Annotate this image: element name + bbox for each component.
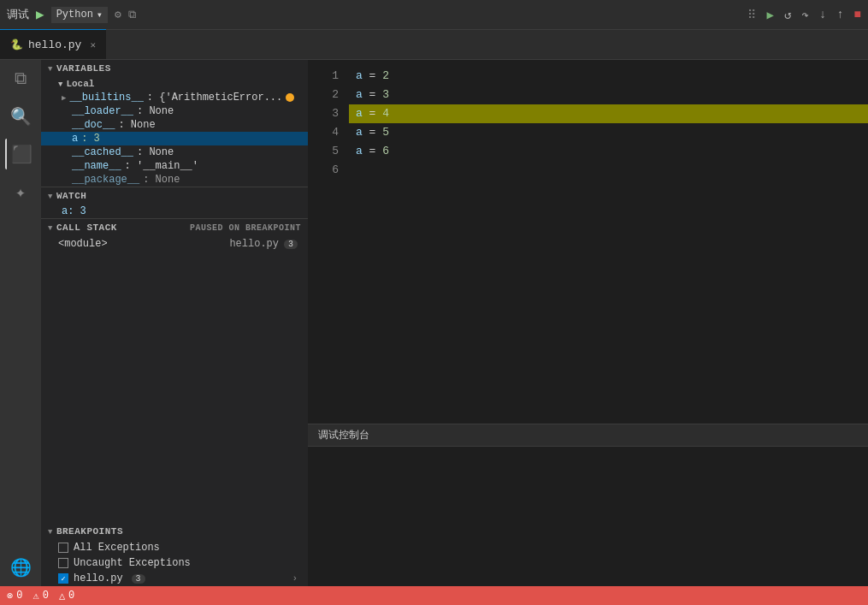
status-error-icon: ⊗ xyxy=(7,590,13,602)
code-5-var: a xyxy=(356,142,363,161)
activity-search-icon[interactable]: 🔍 xyxy=(5,101,36,132)
code-1-op: = xyxy=(363,67,382,86)
activity-debug-icon[interactable]: ⬛ xyxy=(5,139,36,169)
tab-bar: 🐍 hello.py ✕ xyxy=(0,30,868,60)
bp-hello-py-line: 3 xyxy=(132,574,145,584)
var-package[interactable]: __package__ : None xyxy=(41,173,308,187)
debug-grid-icon[interactable]: ⠿ xyxy=(747,8,756,22)
builtins-dot xyxy=(286,93,294,102)
local-header[interactable]: Local xyxy=(41,77,308,91)
debug-stepin-button[interactable]: ↓ xyxy=(819,8,826,21)
cached-key: __cached__ xyxy=(72,146,133,158)
status-info[interactable]: △ 0 xyxy=(59,590,74,602)
console-content[interactable] xyxy=(308,447,868,460)
settings-icon[interactable]: ⚙ xyxy=(115,8,121,21)
var-name[interactable]: __name__ : '__main__' xyxy=(41,159,308,173)
bp-all-exceptions[interactable]: All Exceptions xyxy=(41,540,308,555)
watch-header[interactable]: WATCH xyxy=(41,187,308,205)
watch-section: WATCH a: 3 xyxy=(41,187,308,219)
bp-hello-py[interactable]: hello.py 3 › xyxy=(41,571,308,586)
bp-hello-py-checkbox[interactable] xyxy=(58,573,68,584)
debug-console: 调试控制台 xyxy=(308,424,868,586)
var-a[interactable]: a : 3 xyxy=(41,132,308,145)
variables-header[interactable]: VARIABLES xyxy=(41,60,308,77)
main-content: ⧉ 🔍 ⬛ ✦ 🌐 VARIABLES Local __builtins__ :… xyxy=(0,60,868,586)
var-builtins[interactable]: __builtins__ : {'ArithmeticError... xyxy=(41,91,308,104)
line-num-3: 3 xyxy=(308,104,339,123)
callstack-title: CALL STACK xyxy=(56,222,117,233)
cached-value: : None xyxy=(137,146,174,158)
var-loader[interactable]: __loader__ : None xyxy=(41,104,308,118)
bp-all-exceptions-checkbox[interactable] xyxy=(58,543,68,553)
split-editor-icon[interactable]: ⧉ xyxy=(128,9,136,21)
status-info-icon: △ xyxy=(59,590,65,602)
tab-hello-py[interactable]: 🐍 hello.py ✕ xyxy=(0,29,106,59)
debug-label: 调试 xyxy=(7,7,29,22)
debug-restart-button[interactable]: ↺ xyxy=(784,8,791,22)
code-2-op: = xyxy=(363,86,382,104)
code-line-1: a = 2 xyxy=(349,67,868,86)
a-key: a xyxy=(72,133,78,145)
local-expand-icon xyxy=(58,79,62,89)
breakpoints-section: BREAKPOINTS All Exceptions Uncaught Exce… xyxy=(41,523,308,586)
code-3-num: 4 xyxy=(382,104,389,123)
tab-filename: hello.py xyxy=(28,39,81,51)
callstack-section: CALL STACK PAUSED ON BREAKPOINT <module>… xyxy=(41,219,308,252)
callstack-file-info: hello.py 3 xyxy=(229,238,298,250)
top-bar-left: 调试 ▶ Python ▾ ⚙ ⧉ xyxy=(7,6,136,23)
name-value: : '__main__' xyxy=(125,160,198,172)
tab-close-button[interactable]: ✕ xyxy=(90,39,96,50)
left-panel: VARIABLES Local __builtins__ : {'Arithme… xyxy=(41,60,308,586)
watch-item-a[interactable]: a: 3 xyxy=(41,205,308,218)
code-line-2: a = 3 xyxy=(349,86,868,104)
callstack-module-name: <module> xyxy=(58,238,108,250)
debug-play-button[interactable]: ▶ xyxy=(36,6,44,23)
status-error-count: 0 xyxy=(16,590,22,602)
variables-section: VARIABLES Local __builtins__ : {'Arithme… xyxy=(41,60,308,187)
builtins-value: : {'ArithmeticError... xyxy=(147,92,282,104)
code-5-op: = xyxy=(363,142,382,161)
debug-stop-button[interactable]: ■ xyxy=(854,8,861,21)
status-warning-count: 0 xyxy=(43,590,49,602)
debug-stepover-button[interactable]: ↷ xyxy=(801,8,808,22)
name-key: __name__ xyxy=(72,160,121,172)
bp-uncaught-exceptions-label: Uncaught Exceptions xyxy=(74,557,191,569)
python-dropdown-icon: ▾ xyxy=(97,9,103,21)
loader-value: : None xyxy=(137,105,174,117)
status-warnings[interactable]: ⚠ 0 xyxy=(32,590,48,602)
python-selector[interactable]: Python ▾ xyxy=(51,7,108,23)
activity-explorer-icon[interactable]: ⧉ xyxy=(5,63,36,94)
bp-uncaught-exceptions-checkbox[interactable] xyxy=(58,558,68,568)
line-num-2: 2 xyxy=(308,86,339,104)
breakpoints-title: BREAKPOINTS xyxy=(56,526,123,537)
watch-title: WATCH xyxy=(56,191,87,201)
callstack-header[interactable]: CALL STACK PAUSED ON BREAKPOINT xyxy=(41,219,308,236)
line-num-6: 6 xyxy=(308,161,339,180)
code-3-var: a xyxy=(356,104,363,123)
breakpoints-header[interactable]: BREAKPOINTS xyxy=(41,523,308,540)
var-cached[interactable]: __cached__ : None xyxy=(41,145,308,159)
code-5-num: 6 xyxy=(382,142,389,161)
top-bar: 调试 ▶ Python ▾ ⚙ ⧉ ⠿ ▶ ↺ ↷ ↓ ↑ ■ xyxy=(0,0,868,30)
status-warning-icon: ⚠ xyxy=(32,590,38,602)
debug-continue-button[interactable]: ▶ xyxy=(766,8,773,22)
code-2-num: 3 xyxy=(382,86,389,104)
expand-chevron[interactable]: › xyxy=(292,573,298,584)
debug-stepout-button[interactable]: ↑ xyxy=(836,8,843,21)
local-label: Local xyxy=(66,79,94,89)
code-line-6 xyxy=(349,161,868,180)
code-line-5: a = 6 xyxy=(349,142,868,161)
var-doc[interactable]: __doc__ : None xyxy=(41,118,308,132)
status-errors[interactable]: ⊗ 0 xyxy=(7,590,22,602)
callstack-item-module[interactable]: <module> hello.py 3 xyxy=(41,236,308,252)
code-2-var: a xyxy=(356,86,363,104)
bp-uncaught-exceptions[interactable]: Uncaught Exceptions xyxy=(41,555,308,571)
code-4-var: a xyxy=(356,123,363,142)
package-key: __package__ xyxy=(72,174,139,186)
activity-remote-icon[interactable]: 🌐 xyxy=(5,552,36,583)
loader-key: __loader__ xyxy=(72,105,133,117)
line-num-1: 1 xyxy=(308,67,339,86)
code-editor: 1 2 3 4 5 6 a = 2 a = 3 a xyxy=(308,60,868,424)
activity-extensions-icon[interactable]: ✦ xyxy=(5,176,36,207)
bp-hello-py-label: hello.py xyxy=(74,572,123,584)
